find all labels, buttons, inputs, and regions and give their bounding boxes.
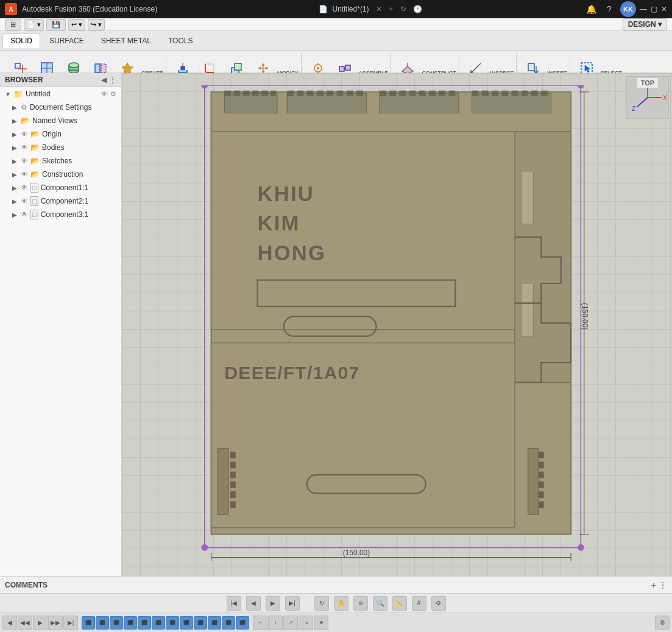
browser-component2-item[interactable]: ▶ 👁 □ Component2:1 <box>0 194 121 208</box>
orbit-btn[interactable]: ↻ <box>314 596 329 611</box>
iso-view-btn-8[interactable]: ⬛ <box>180 616 193 630</box>
main-toolbar: ⊞ 📄 ▾ 💾 ↩ ▾ ↪ ▾ DESIGN ▾ SOLID SURFACE S… <box>0 18 672 73</box>
tab-tools[interactable]: TOOLS <box>160 34 200 48</box>
browser-header: BROWSER ◀ ⋮ <box>0 73 121 87</box>
svg-rect-101 <box>539 452 544 458</box>
svg-rect-51 <box>224 91 231 96</box>
bodies-visibility-icon[interactable]: 👁 <box>21 143 28 152</box>
view-btn-1[interactable]: ◀ <box>2 616 17 630</box>
doc-settings-label: Document Settings <box>30 103 116 112</box>
component1-visibility-icon[interactable]: 👁 <box>21 183 28 192</box>
browser-origin-item[interactable]: ▶ 👁 📂 Origin <box>0 127 121 141</box>
save-btn[interactable]: 💾 <box>46 19 66 30</box>
transform-btn-2[interactable]: ↕ <box>268 616 283 630</box>
sketches-folder-icon: 📂 <box>30 157 40 165</box>
tab-surface[interactable]: SURFACE <box>41 34 92 48</box>
svg-rect-67 <box>399 91 406 96</box>
design-workspace-btn[interactable]: DESIGN ▾ <box>623 18 667 30</box>
iso-view-btn-4[interactable]: ⬛ <box>124 616 137 630</box>
undo-dropdown-btn[interactable]: ↩ ▾ <box>68 19 85 30</box>
browser-collapse-btn[interactable]: ◀ <box>101 76 107 84</box>
util-bar: ⊞ 📄 ▾ 💾 ↩ ▾ ↪ ▾ DESIGN ▾ <box>0 18 672 31</box>
display-settings-btn[interactable]: ⚙ <box>431 596 446 611</box>
nav-play-btn[interactable]: ▶ <box>266 596 280 611</box>
file-dropdown-btn[interactable]: 📄 ▾ <box>24 19 44 30</box>
root-visibility-icon[interactable]: 👁 <box>101 90 108 98</box>
svg-rect-69 <box>419 91 426 96</box>
svg-rect-63 <box>347 91 353 96</box>
add-tab-btn[interactable]: + <box>389 5 393 13</box>
transform-btn-4[interactable]: ↘ <box>299 616 313 630</box>
component3-visibility-icon[interactable]: 👁 <box>21 210 28 219</box>
maximize-btn[interactable]: ▢ <box>651 5 657 13</box>
transform-btn-1[interactable]: ↔ <box>253 616 267 630</box>
svg-rect-74 <box>482 91 489 96</box>
grid-menu-btn[interactable]: ⊞ <box>5 19 21 30</box>
iso-view-btn-5[interactable]: ⬛ <box>138 616 151 630</box>
browser-title: BROWSER <box>5 76 43 84</box>
bodies-label: Bodies <box>42 143 116 152</box>
browser-component3-item[interactable]: ▶ 👁 □ Component3:1 <box>0 208 121 221</box>
top-view-label[interactable]: TOP <box>637 78 658 88</box>
browser-doc-settings-item[interactable]: ▶ ⚙ Document Settings <box>0 101 121 114</box>
help-icon[interactable]: ? <box>602 2 617 16</box>
view-btn-2[interactable]: ◀◀ <box>18 616 32 630</box>
browser-named-views-item[interactable]: ▶ 📂 Named Views <box>0 114 121 127</box>
browser-root-item[interactable]: ▼ 📁 Untitled 👁 ⚙ <box>0 87 121 101</box>
tab-solid[interactable]: SOLID <box>2 34 40 48</box>
settings-corner-btn[interactable]: ⚙ <box>655 616 670 630</box>
status-bar: |◀ ◀ ▶ ▶| ↻ ✋ ⊕ 🔍 📐 # ⚙ <box>0 593 672 612</box>
viewport[interactable]: X Y Z TOP <box>122 73 672 576</box>
transform-btn-3[interactable]: ↗ <box>283 616 298 630</box>
comments-more-btn[interactable]: ⋮ <box>659 580 667 590</box>
cad-drawing[interactable]: 7/1254/3 KHIU KIM HONG DEEE/FT/1A07 <box>195 85 597 561</box>
browser-menu-btn[interactable]: ⋮ <box>109 76 116 84</box>
notification-bell-icon[interactable]: 🔔 <box>584 2 598 16</box>
user-avatar[interactable]: KK <box>620 1 636 17</box>
svg-rect-9 <box>95 64 100 73</box>
add-comment-btn[interactable]: + <box>651 580 656 590</box>
svg-rect-83 <box>522 283 534 336</box>
measure-btn[interactable]: 📐 <box>392 596 407 611</box>
browser-construction-item[interactable]: ▶ 👁 📂 Construction <box>0 168 121 181</box>
iso-view-btn-12[interactable]: ⬛ <box>236 616 249 630</box>
nav-next-btn[interactable]: ▶| <box>285 596 300 611</box>
component2-visibility-icon[interactable]: 👁 <box>21 197 28 205</box>
iso-view-btn-6[interactable]: ⬛ <box>152 616 165 630</box>
iso-view-btn-10[interactable]: ⬛ <box>208 616 221 630</box>
nav-prev-btn[interactable]: ◀ <box>246 596 261 611</box>
sketches-visibility-icon[interactable]: 👁 <box>21 157 28 165</box>
iso-view-btn-3[interactable]: ⬛ <box>110 616 123 630</box>
svg-rect-76 <box>501 91 508 96</box>
view-btn-4[interactable]: ▶▶ <box>48 616 63 630</box>
tab-sheet-metal[interactable]: SHEET METAL <box>93 34 159 48</box>
zoom-in-btn[interactable]: 🔍 <box>373 596 387 611</box>
navigation-cube[interactable]: X Y Z TOP <box>626 76 669 119</box>
browser-component1-item[interactable]: ▶ 👁 □ Component1:1 <box>0 181 121 194</box>
transform-btn-5[interactable]: ⊕ <box>314 616 328 630</box>
view-btn-3[interactable]: ▶ <box>33 616 48 630</box>
browser-sketches-item[interactable]: ▶ 👁 📂 Sketches <box>0 154 121 168</box>
view-btn-5[interactable]: ▶| <box>63 616 78 630</box>
root-settings-icon[interactable]: ⚙ <box>110 90 116 98</box>
redo-dropdown-btn[interactable]: ↪ ▾ <box>88 19 105 30</box>
zoom-fit-btn[interactable]: ⊕ <box>353 596 368 611</box>
browser-bodies-item[interactable]: ▶ 👁 📂 Bodies <box>0 141 121 154</box>
svg-rect-62 <box>337 91 344 96</box>
iso-view-btn-2[interactable]: ⬛ <box>96 616 109 630</box>
iso-view-btn-11[interactable]: ⬛ <box>222 616 235 630</box>
svg-point-18 <box>317 67 319 69</box>
grid-btn[interactable]: # <box>412 596 426 611</box>
origin-visibility-icon[interactable]: 👁 <box>21 130 28 138</box>
iso-view-btn-9[interactable]: ⬛ <box>194 616 207 630</box>
refresh-btn[interactable]: ↻ <box>400 5 406 13</box>
iso-view-btn-1[interactable]: ⬛ <box>82 616 95 630</box>
iso-view-btn-7[interactable]: ⬛ <box>166 616 179 630</box>
close-tab-btn[interactable]: ✕ <box>376 5 382 13</box>
close-btn[interactable]: ✕ <box>661 5 667 13</box>
construction-visibility-icon[interactable]: 👁 <box>21 170 28 179</box>
pan-btn[interactable]: ✋ <box>334 596 348 611</box>
minimize-btn[interactable]: — <box>640 5 647 13</box>
history-btn[interactable]: 🕐 <box>413 5 422 13</box>
nav-begin-btn[interactable]: |◀ <box>227 596 241 611</box>
